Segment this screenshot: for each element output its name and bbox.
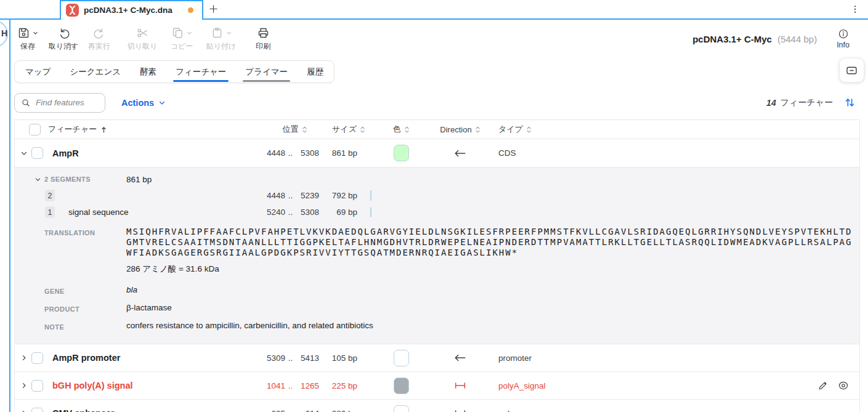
info-button[interactable]: Info [837, 28, 850, 49]
feature-row-ampr[interactable]: AmpR 4448..5308 861 bp CDS [15, 139, 859, 168]
sort-unsorted-icon [404, 126, 410, 134]
save-button[interactable]: 保存 [10, 26, 46, 52]
document-tab-title: pcDNA3.1+ C-Myc.dna [84, 6, 172, 15]
pencil-icon [817, 381, 828, 391]
copy-button[interactable]: コピー [164, 26, 200, 52]
chevron-down-icon [34, 176, 41, 183]
column-header-direction[interactable]: Direction [440, 125, 471, 134]
feature-size: 380 bp [327, 409, 370, 412]
feature-type: promoter [489, 353, 859, 363]
chevron-right-icon [20, 410, 28, 412]
row-checkbox[interactable] [31, 380, 43, 392]
scissors-icon [136, 26, 149, 39]
search-input[interactable] [36, 98, 97, 107]
redo-button[interactable]: 再実行 [81, 26, 117, 52]
sort-arrows-icon [844, 97, 856, 108]
row-checkbox[interactable] [31, 147, 43, 159]
tab-map[interactable]: マップ [24, 61, 52, 83]
overflow-menu-button[interactable] [847, 1, 863, 17]
color-swatch[interactable] [394, 405, 409, 412]
feature-row-ampr-promoter[interactable]: AmpR promoter 5309..5413 105 bp promoter [15, 344, 859, 372]
undo-button[interactable]: 取り消す [46, 26, 81, 52]
feature-size: 225 bp [327, 381, 370, 390]
color-swatch[interactable] [394, 350, 409, 366]
chevron-right-icon [20, 382, 28, 389]
segments-size: 861 bp [126, 175, 152, 184]
ampr-details-panel: 2 SEGMENTS 861 bp 2 4448..5239 792 bp 1 … [15, 168, 859, 344]
expand-row-chevron[interactable] [20, 410, 28, 412]
chevron-down-icon [225, 30, 232, 36]
column-header-size[interactable]: サイズ [332, 124, 357, 135]
collapse-segments-chevron[interactable] [33, 176, 42, 183]
feature-type: polyA_signal [489, 381, 859, 390]
column-header-color[interactable]: 色 [393, 124, 401, 135]
sort-unsorted-icon [360, 126, 365, 134]
search-box[interactable] [14, 93, 105, 113]
color-swatch[interactable] [394, 378, 409, 394]
expand-row-chevron[interactable] [20, 382, 28, 389]
collapse-panel-icon [845, 64, 858, 77]
table-header-row: フィーチャー 位置 サイズ 色 Direction タイプ [15, 120, 859, 139]
visibility-feature-button[interactable] [838, 380, 849, 391]
search-icon [21, 98, 31, 108]
features-table: フィーチャー 位置 サイズ 色 Direction タイプ AmpR 4448.… [14, 119, 860, 412]
clipboard-icon [211, 26, 224, 39]
segment-row[interactable]: 2 4448..5239 792 bp [15, 187, 859, 204]
filter-bar: Actions 14 フィーチャー [14, 92, 856, 113]
color-swatch[interactable] [394, 145, 409, 161]
segment-name: signal sequence [68, 208, 129, 217]
gene-label: GENE [44, 285, 126, 297]
cut-button[interactable]: 切り取り [124, 26, 160, 52]
toolbar: 保存 取り消す 再実行 切り取り コピー 貼り付け [0, 20, 868, 58]
undo-icon [57, 26, 70, 39]
tab-features[interactable]: フィーチャー [174, 61, 227, 83]
row-checkbox[interactable] [31, 352, 43, 364]
feature-size: 105 bp [327, 353, 370, 363]
segment-color-swatch[interactable] [370, 207, 371, 217]
collapse-row-chevron[interactable] [20, 150, 28, 157]
direction-left-icon [453, 148, 467, 158]
column-header-position[interactable]: 位置 [283, 124, 299, 135]
chevron-down-icon [186, 30, 193, 36]
column-header-feature[interactable]: フィーチャー [48, 124, 97, 135]
document-length: (5444 bp) [777, 34, 817, 44]
tab-sequence[interactable]: シークエンス [68, 61, 122, 83]
edit-feature-button[interactable] [817, 381, 828, 391]
feature-row-cmv-enhancer[interactable]: CMV enhancer 235..614 380 bp enhancer [15, 400, 859, 412]
select-all-checkbox[interactable] [29, 124, 41, 135]
product-label: PRODUCT [44, 303, 126, 315]
row-checkbox[interactable] [31, 408, 43, 412]
feature-row-bgh-polya[interactable]: bGH poly(A) signal 1041..1265 225 bp pol… [15, 372, 859, 400]
sort-order-button[interactable] [844, 97, 856, 108]
copy-icon [171, 26, 184, 39]
translation-sequence: MSIQHFRVALIPFFAAFCLPVFAHPETLVKVKDAEDQLGA… [126, 227, 854, 258]
actions-dropdown[interactable]: Actions [121, 98, 166, 108]
tab-history[interactable]: 履歴 [306, 61, 325, 83]
redo-icon [93, 26, 106, 39]
segment-color-swatch[interactable] [370, 190, 371, 201]
feature-name: bGH poly(A) signal [52, 381, 133, 390]
snapgene-dna-file-icon [66, 4, 79, 17]
expand-row-chevron[interactable] [20, 354, 28, 362]
document-header: pcDNA3.1+ C-Myc (5444 bp) Info [692, 28, 850, 49]
info-icon [838, 28, 849, 39]
segment-row[interactable]: 1 signal sequence 5240..5308 69 bp [15, 204, 859, 220]
print-button[interactable]: 印刷 [245, 26, 281, 52]
paste-button[interactable]: 貼り付け [203, 26, 239, 52]
view-tab-strip: マップ シークエンス 酵素 フィーチャー プライマー 履歴 [14, 60, 335, 83]
feature-name: AmpR [52, 148, 79, 158]
direction-left-icon [453, 353, 467, 363]
tab-primers[interactable]: プライマー [244, 61, 289, 83]
note-label: NOTE [44, 321, 126, 333]
column-header-type[interactable]: タイプ [498, 124, 523, 135]
chevron-down-icon [158, 99, 166, 107]
segments-label: 2 SEGMENTS [44, 176, 126, 183]
document-panel: H 保存 取り消す 再実行 切り取り コピー [0, 18, 868, 412]
eye-icon [838, 380, 849, 391]
kebab-menu-icon [850, 4, 860, 15]
tab-enzymes[interactable]: 酵素 [139, 61, 158, 83]
collapse-panel-button[interactable] [839, 58, 864, 83]
plus-icon [208, 4, 219, 14]
new-tab-button[interactable] [205, 0, 222, 18]
document-tab[interactable]: pcDNA3.1+ C-Myc.dna [60, 0, 203, 20]
